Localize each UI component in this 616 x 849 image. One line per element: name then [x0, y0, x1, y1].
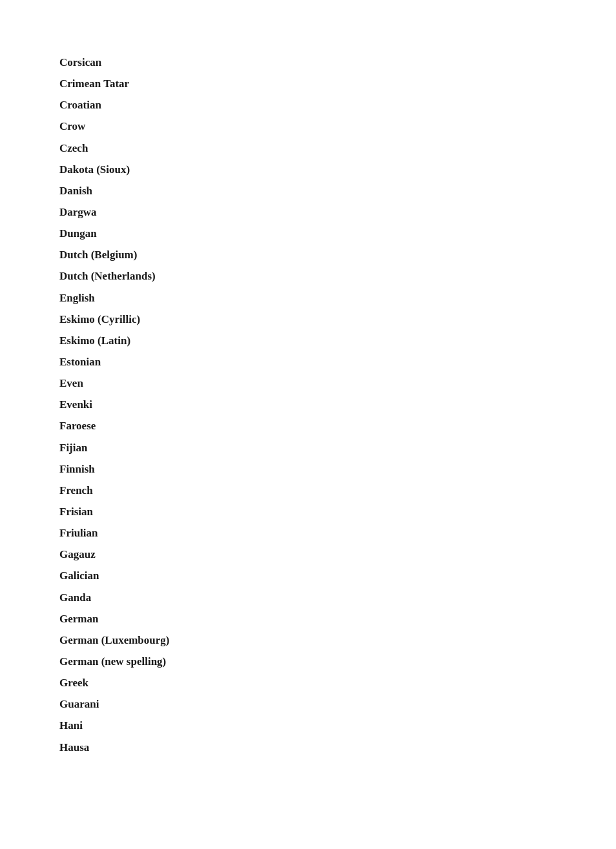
- language-list: CorsicanCrimean TatarCroatianCrowCzechDa…: [59, 52, 557, 758]
- language-item[interactable]: Frisian: [59, 501, 557, 522]
- language-item[interactable]: Guarani: [59, 693, 557, 715]
- language-item[interactable]: Hani: [59, 715, 557, 736]
- language-item[interactable]: German (Luxembourg): [59, 629, 557, 651]
- language-item[interactable]: German: [59, 608, 557, 629]
- language-item[interactable]: Eskimo (Cyrillic): [59, 309, 557, 330]
- language-item[interactable]: Estonian: [59, 351, 557, 373]
- language-item[interactable]: Ganda: [59, 587, 557, 608]
- language-item[interactable]: Eskimo (Latin): [59, 330, 557, 351]
- language-item[interactable]: Danish: [59, 180, 557, 201]
- language-item[interactable]: Fijian: [59, 437, 557, 458]
- language-item[interactable]: Evenki: [59, 394, 557, 415]
- language-item[interactable]: Dungan: [59, 223, 557, 244]
- language-item[interactable]: Crimean Tatar: [59, 73, 557, 94]
- language-item[interactable]: Dargwa: [59, 201, 557, 223]
- language-item[interactable]: Finnish: [59, 458, 557, 480]
- language-item[interactable]: German (new spelling): [59, 651, 557, 672]
- language-item[interactable]: Dutch (Netherlands): [59, 265, 557, 287]
- language-item[interactable]: Galician: [59, 565, 557, 586]
- language-item[interactable]: Friulian: [59, 522, 557, 544]
- language-item[interactable]: Greek: [59, 672, 557, 693]
- language-item[interactable]: Gagauz: [59, 544, 557, 565]
- language-item[interactable]: Even: [59, 373, 557, 394]
- language-item[interactable]: Croatian: [59, 94, 557, 116]
- language-item[interactable]: French: [59, 480, 557, 501]
- language-item[interactable]: Dakota (Sioux): [59, 159, 557, 180]
- language-item[interactable]: Corsican: [59, 52, 557, 73]
- language-item[interactable]: Czech: [59, 138, 557, 159]
- language-item[interactable]: Hausa: [59, 737, 557, 758]
- language-item[interactable]: English: [59, 287, 557, 309]
- language-item[interactable]: Dutch (Belgium): [59, 244, 557, 265]
- language-item[interactable]: Faroese: [59, 415, 557, 436]
- language-item[interactable]: Crow: [59, 116, 557, 137]
